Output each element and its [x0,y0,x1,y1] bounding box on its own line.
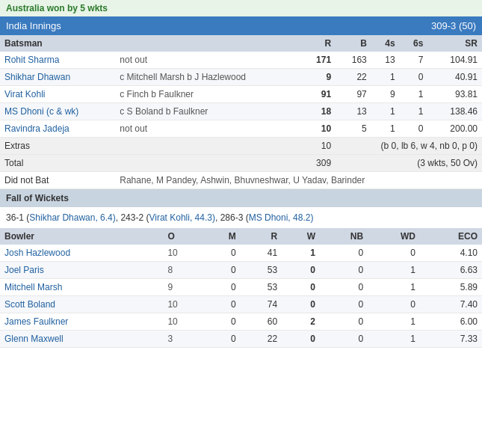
batsman-name[interactable]: Shikhar Dhawan [0,69,115,86]
no-balls: 0 [320,245,368,262]
batting-row: Shikhar Dhawan c Mitchell Marsh b J Hazl… [0,69,482,86]
dismissal: not out [115,120,302,138]
dismissal: c S Boland b Faulkner [115,103,302,120]
batting-row: MS Dhoni (c & wk) c S Boland b Faulkner … [0,103,482,120]
fours: 9 [371,86,400,103]
wickets: 0 [282,296,320,313]
batting-row: Rohit Sharma not out 171 163 13 7 104.91 [0,52,482,69]
wickets: 0 [282,331,320,348]
wickets: 1 [282,245,320,262]
bowling-row: James Faulkner 10 0 60 2 0 1 6.00 [0,313,482,331]
balls: 22 [336,69,371,86]
batting-header-row: Batsman R B 4s 6s SR [0,35,482,52]
col-6s: 6s [400,35,428,52]
bowling-row: Josh Hazlewood 10 0 41 1 0 0 4.10 [0,245,482,262]
dismissal: not out [115,52,302,69]
economy: 5.89 [420,279,482,296]
overs: 10 [163,296,204,313]
runs-conceded: 53 [241,279,282,296]
runs-conceded: 74 [241,296,282,313]
bowler-name[interactable]: Josh Hazlewood [0,245,163,262]
bowling-row: Glenn Maxwell 3 0 22 0 0 1 7.33 [0,331,482,348]
did-not-bat-row: Did not Bat Rahane, M Pandey, Ashwin, Bh… [0,172,482,189]
runs: 18 [303,103,336,120]
wides: 0 [368,296,420,313]
maidens: 0 [205,313,241,331]
batsman-name[interactable]: Rohit Sharma [0,52,115,69]
batting-table: Batsman R B 4s 6s SR Rohit Sharma not ou… [0,35,482,189]
runs: 171 [303,52,336,69]
bowling-header-row: Bowler O M R W NB WD ECO [0,228,482,245]
dnb-players: Rahane, M Pandey, Ashwin, Bhuvneshwar, U… [115,172,482,189]
fall-of-wickets-text: 36-1 (Shikhar Dhawan, 6.4), 243-2 (Virat… [0,207,482,228]
col-m: M [205,228,241,245]
fall-of-wickets-header: Fall of Wickets [0,189,482,207]
bowling-table: Bowler O M R W NB WD ECO Josh Hazlewood … [0,228,482,348]
dismissal: c Finch b Faulkner [115,86,302,103]
dnb-label: Did not Bat [0,172,115,189]
bowler-name[interactable]: Joel Paris [0,262,163,279]
overs: 10 [163,313,204,331]
economy: 6.00 [420,313,482,331]
batsman-name[interactable]: MS Dhoni (c & wk) [0,103,115,120]
innings-header: India Innings 309-3 (50) [0,16,482,35]
bowler-name[interactable]: Scott Boland [0,296,163,313]
runs-conceded: 41 [241,245,282,262]
total-value: 309 [303,155,336,172]
col-o: O [163,228,204,245]
no-balls: 0 [320,279,368,296]
col-sr: SR [427,35,482,52]
col-bowler: Bowler [0,228,163,245]
wides: 1 [368,331,420,348]
economy: 4.10 [420,245,482,262]
total-overs: (3 wkts, 50 Ov) [336,155,482,172]
wides: 1 [368,279,420,296]
batsman-name[interactable]: Virat Kohli [0,86,115,103]
balls: 97 [336,86,371,103]
col-batsman: Batsman [0,35,115,52]
strike-rate: 138.46 [427,103,482,120]
runs: 91 [303,86,336,103]
extras-label: Extras [0,138,115,155]
batsman-name[interactable]: Ravindra Jadeja [0,120,115,138]
wickets: 0 [282,262,320,279]
sixes: 0 [400,120,428,138]
bowler-name[interactable]: Mitchell Marsh [0,279,163,296]
overs: 3 [163,331,204,348]
balls: 5 [336,120,371,138]
maidens: 0 [205,245,241,262]
batting-row: Ravindra Jadeja not out 10 5 1 0 200.00 [0,120,482,138]
dismissal: c Mitchell Marsh b J Hazlewood [115,69,302,86]
col-r: R [303,35,336,52]
fours: 1 [371,69,400,86]
runs: 9 [303,69,336,86]
extras-detail [115,138,302,155]
extras-value: 10 [303,138,336,155]
col-w: W [282,228,320,245]
no-balls: 0 [320,296,368,313]
overs: 9 [163,279,204,296]
innings-title: India Innings [6,20,61,31]
batting-row: Virat Kohli c Finch b Faulkner 91 97 9 1… [0,86,482,103]
bowler-name[interactable]: Glenn Maxwell [0,331,163,348]
fours: 1 [371,103,400,120]
wides: 1 [368,262,420,279]
wickets: 2 [282,313,320,331]
no-balls: 0 [320,313,368,331]
fours: 1 [371,120,400,138]
maidens: 0 [205,279,241,296]
maidens: 0 [205,331,241,348]
wides: 1 [368,313,420,331]
sixes: 1 [400,103,428,120]
runs-conceded: 60 [241,313,282,331]
strike-rate: 40.91 [427,69,482,86]
col-r-bowl: R [241,228,282,245]
bowling-row: Scott Boland 10 0 74 0 0 0 7.40 [0,296,482,313]
bowler-name[interactable]: James Faulkner [0,313,163,331]
sixes: 0 [400,69,428,86]
col-b: B [336,35,371,52]
runs-conceded: 53 [241,262,282,279]
bowling-row: Joel Paris 8 0 53 0 0 1 6.63 [0,262,482,279]
overs: 10 [163,245,204,262]
strike-rate: 93.81 [427,86,482,103]
